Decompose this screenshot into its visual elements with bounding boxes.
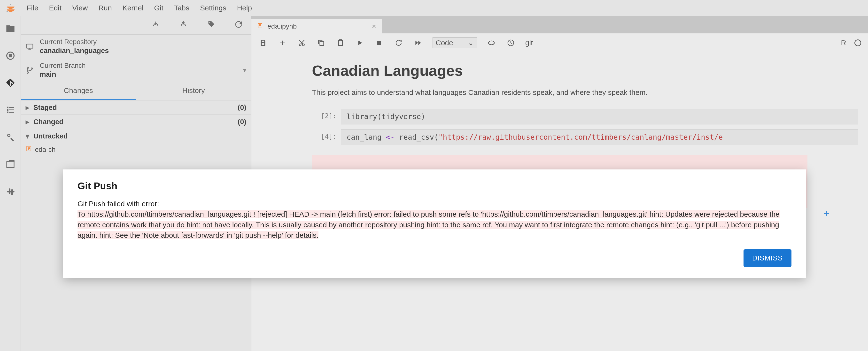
dialog-title: Git Push bbox=[78, 181, 792, 191]
dialog-error-text: To https://github.com/ttimbers/canadian_… bbox=[78, 210, 780, 239]
dialog-intro: Git Push failed with error: bbox=[78, 200, 792, 208]
dismiss-button[interactable]: DISMISS bbox=[744, 249, 792, 267]
git-push-dialog: Git Push Git Push failed with error: To … bbox=[63, 169, 806, 278]
app-root: File Edit View Run Kernel Git Tabs Setti… bbox=[0, 0, 868, 351]
